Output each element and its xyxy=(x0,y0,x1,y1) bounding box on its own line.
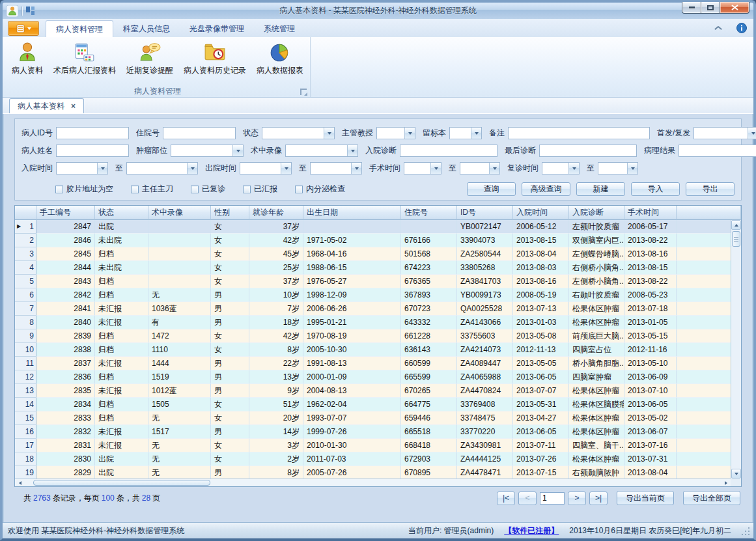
cell-id-no[interactable]: ZA4089447 xyxy=(457,357,513,370)
cell-gender[interactable]: 女 xyxy=(211,411,249,425)
row-header[interactable]: 9 xyxy=(15,329,36,343)
new-button[interactable]: 新建 xyxy=(576,182,625,196)
cell-intraop-video[interactable]: 无 xyxy=(148,452,211,466)
row-header[interactable]: 4 xyxy=(15,261,36,275)
cell-status[interactable]: 未汇报 xyxy=(95,425,148,439)
cell-intraop-video[interactable]: 1519 xyxy=(148,370,211,384)
cell-birth-date[interactable] xyxy=(303,220,401,234)
cell-id-no[interactable]: YB0072147 xyxy=(457,220,513,234)
cell-id-no[interactable]: ZA4065988 xyxy=(457,370,513,384)
row-header[interactable]: 8 xyxy=(15,316,36,329)
cell-admission-diagnosis[interactable]: 桥小脑角胆脂... xyxy=(569,357,624,370)
cell-visit-age[interactable]: 22岁 xyxy=(249,357,303,370)
professor-combo[interactable] xyxy=(376,127,415,139)
column-header-gender[interactable]: 性别 xyxy=(211,206,249,220)
tab-patient-data-management[interactable]: 病人资料管理 xyxy=(46,20,113,37)
discharge-time-from-combo[interactable] xyxy=(240,162,292,174)
cell-birth-date[interactable]: 1970-08-19 xyxy=(303,329,401,343)
cell-status[interactable]: 出院 xyxy=(95,466,148,480)
column-header-intraop-video[interactable]: 术中录像 xyxy=(148,206,211,220)
cell-inpatient-no[interactable]: 670723 xyxy=(401,302,457,316)
intraop-video-combo[interactable] xyxy=(285,145,358,157)
cell-manual-no[interactable]: 2846 xyxy=(36,234,95,247)
cell-status[interactable]: 未出院 xyxy=(95,234,148,247)
dropdown-arrow-icon[interactable] xyxy=(351,163,361,174)
cell-admission-diagnosis[interactable]: 松果体区肿瘤 xyxy=(569,425,624,439)
table-row[interactable]: 13 2835 未汇报 1012蓝 男 9岁 2004-08-13 670265… xyxy=(15,384,741,398)
app-menu-button[interactable] xyxy=(8,21,39,36)
row-header[interactable]: 17 xyxy=(15,439,36,452)
cell-manual-no[interactable]: 2835 xyxy=(36,384,95,398)
query-button[interactable]: 查询 xyxy=(467,182,516,196)
cell-status[interactable]: 归档 xyxy=(95,411,148,425)
cell-manual-no[interactable]: 2843 xyxy=(36,275,95,288)
specimen-combo[interactable] xyxy=(449,127,482,139)
cell-visit-age[interactable]: 2岁 xyxy=(249,452,303,466)
ribbon-button-revisit-reminder[interactable]: 近期复诊提醒 xyxy=(121,38,178,77)
cell-status[interactable]: 未汇报 xyxy=(95,302,148,316)
table-row[interactable]: 18 2830 出院 无 女 2岁 2011-07-03 672903 ZA44… xyxy=(15,452,741,466)
cell-id-no[interactable]: 33770220 xyxy=(457,425,513,439)
cell-admission-diagnosis[interactable]: 四脑室占位 xyxy=(569,343,624,357)
cell-id-no[interactable]: ZA2580544 xyxy=(457,247,513,261)
row-header[interactable]: 3 xyxy=(15,247,36,261)
patient-name-input[interactable] xyxy=(56,145,129,157)
minimize-button[interactable] xyxy=(682,2,701,14)
inpatient-no-input[interactable] xyxy=(163,127,236,139)
cell-gender[interactable]: 女 xyxy=(211,343,249,357)
advanced-query-button[interactable]: 高级查询 xyxy=(522,182,570,196)
table-row[interactable]: 2 2846 未出院 女 42岁 1971-05-02 676166 33904… xyxy=(15,234,741,247)
cell-inpatient-no[interactable]: 668418 xyxy=(401,439,457,452)
export-all-pages-button[interactable]: 导出全部页 xyxy=(683,491,740,505)
tab-disc-video-management[interactable]: 光盘录像带管理 xyxy=(180,20,254,37)
pager-first-button[interactable]: |< xyxy=(497,492,515,505)
cell-status[interactable]: 未汇报 xyxy=(95,384,148,398)
cell-surgery-date[interactable]: 2013-06-09 xyxy=(624,370,677,384)
dropdown-arrow-icon[interactable] xyxy=(232,145,243,156)
table-row[interactable]: 19 2829 出院 无 男 8岁 2005-07-26 670895 ZA44… xyxy=(15,466,741,480)
cell-gender[interactable]: 男 xyxy=(211,384,249,398)
checkbox-chief-surgeon[interactable]: 主任主刀 xyxy=(131,184,173,195)
cell-status[interactable]: 归档 xyxy=(95,398,148,411)
cell-surgery-date[interactable]: 2013-08-16 xyxy=(624,247,677,261)
cell-birth-date[interactable]: 1995-01-21 xyxy=(303,316,401,329)
cell-visit-age[interactable]: 7岁 xyxy=(249,302,303,316)
cell-admission-diagnosis[interactable]: 四脑室、脑干... xyxy=(569,439,624,452)
cell-gender[interactable]: 女 xyxy=(211,452,249,466)
row-header[interactable]: 13 xyxy=(15,384,36,398)
cell-surgery-date[interactable]: 2013-08-15 xyxy=(624,261,677,275)
cell-admission-date[interactable]: 2013-08-15 xyxy=(513,234,569,247)
cell-admission-date[interactable]: 2013-07-15 xyxy=(513,466,569,480)
ribbon-button-history-records[interactable]: 病人资料历史记录 xyxy=(178,38,251,77)
dialog-launcher-icon[interactable] xyxy=(300,89,307,95)
close-button[interactable] xyxy=(720,2,749,14)
cell-admission-date[interactable]: 2013-08-04 xyxy=(513,247,569,261)
row-header[interactable]: 2 xyxy=(15,234,36,247)
cell-intraop-video[interactable]: 无 xyxy=(148,439,211,452)
cell-manual-no[interactable]: 2839 xyxy=(36,329,95,343)
resize-grip-icon[interactable] xyxy=(748,534,749,535)
cell-admission-date[interactable]: 2006-05-12 xyxy=(513,220,569,234)
checkbox-film-address-empty[interactable]: 胶片地址为空 xyxy=(55,184,113,195)
cell-surgery-date[interactable]: 2013-07-10 xyxy=(624,384,677,398)
cell-id-no[interactable]: ZA4478471 xyxy=(457,466,513,480)
ribbon-button-patient-info[interactable]: 病人资料 xyxy=(7,38,48,77)
cell-inpatient-no[interactable]: 367893 xyxy=(401,288,457,302)
pager-last-button[interactable]: >| xyxy=(589,492,608,505)
cell-gender[interactable]: 男 xyxy=(211,370,249,384)
cell-gender[interactable]: 男 xyxy=(211,425,249,439)
cell-birth-date[interactable]: 1971-05-02 xyxy=(303,234,401,247)
row-header[interactable]: 11 xyxy=(15,357,36,370)
cell-admission-diagnosis[interactable]: 左侧蝶骨嵴脑... xyxy=(569,247,624,261)
column-header-admission-diagnosis[interactable]: 入院诊断 xyxy=(569,206,624,220)
dropdown-arrow-icon[interactable] xyxy=(471,128,481,139)
table-row[interactable]: 15 2833 归档 无 女 20岁 1993-07-07 659446 337… xyxy=(15,411,741,425)
maximize-button[interactable] xyxy=(701,2,720,14)
admission-time-to-combo[interactable] xyxy=(126,162,198,174)
cell-admission-diagnosis[interactable]: 右颞叶胶质瘤 xyxy=(569,288,624,302)
cell-gender[interactable]: 女 xyxy=(211,398,249,411)
cell-id-no[interactable]: 33805268 xyxy=(457,261,513,275)
cell-surgery-date[interactable]: 2013-07-31 xyxy=(624,452,677,466)
cell-admission-diagnosis[interactable]: 左侧桥小脑角... xyxy=(569,275,624,288)
remark-input[interactable] xyxy=(508,127,650,139)
